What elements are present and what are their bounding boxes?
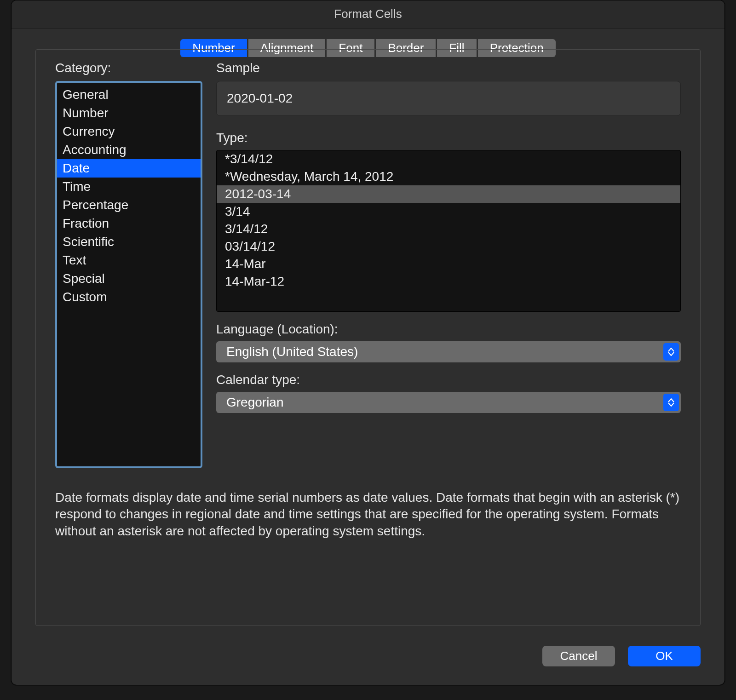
dialog-title: Format Cells <box>12 0 724 29</box>
category-item-fraction[interactable]: Fraction <box>57 214 201 233</box>
type-item[interactable]: 14-Mar-12 <box>217 273 680 290</box>
format-cells-dialog: Format Cells Number Alignment Font Borde… <box>11 0 725 685</box>
sample-label: Sample <box>216 61 681 75</box>
category-item-currency[interactable]: Currency <box>57 122 201 141</box>
type-list[interactable]: *3/14/12 *Wednesday, March 14, 2012 2012… <box>216 150 681 312</box>
type-label: Type: <box>216 131 681 145</box>
calendar-label: Calendar type: <box>216 373 681 387</box>
category-item-special[interactable]: Special <box>57 270 201 288</box>
category-item-time[interactable]: Time <box>57 178 201 196</box>
category-item-general[interactable]: General <box>57 86 201 104</box>
category-item-number[interactable]: Number <box>57 104 201 122</box>
category-item-text[interactable]: Text <box>57 251 201 270</box>
type-item[interactable]: 3/14/12 <box>217 220 680 238</box>
format-description: Date formats display date and time seria… <box>55 489 681 539</box>
type-item[interactable]: *Wednesday, March 14, 2012 <box>217 168 680 185</box>
category-item-accounting[interactable]: Accounting <box>57 141 201 159</box>
language-dropdown[interactable]: English (United States) <box>216 341 681 362</box>
language-value: English (United States) <box>226 344 358 359</box>
type-item[interactable]: 03/14/12 <box>217 238 680 255</box>
cancel-button[interactable]: Cancel <box>542 646 615 666</box>
category-item-custom[interactable]: Custom <box>57 288 201 306</box>
dialog-buttons: Cancel OK <box>542 646 701 666</box>
type-item[interactable]: *3/14/12 <box>217 150 680 168</box>
category-item-date[interactable]: Date <box>57 159 201 178</box>
category-item-percentage[interactable]: Percentage <box>57 196 201 214</box>
language-label: Language (Location): <box>216 322 681 337</box>
type-item[interactable]: 2012-03-14 <box>217 185 680 203</box>
ok-button[interactable]: OK <box>628 646 701 666</box>
category-item-scientific[interactable]: Scientific <box>57 233 201 251</box>
stepper-arrows-icon <box>663 343 679 361</box>
calendar-value: Gregorian <box>226 395 284 410</box>
sample-value: 2020-01-02 <box>216 81 681 116</box>
tab-panel: Category: General Number Currency Accoun… <box>35 49 701 626</box>
type-item[interactable]: 14-Mar <box>217 255 680 273</box>
calendar-dropdown[interactable]: Gregorian <box>216 392 681 413</box>
stepper-arrows-icon <box>663 394 679 411</box>
type-item[interactable]: 3/14 <box>217 203 680 220</box>
category-label: Category: <box>55 61 202 75</box>
category-list[interactable]: General Number Currency Accounting Date … <box>55 81 202 468</box>
